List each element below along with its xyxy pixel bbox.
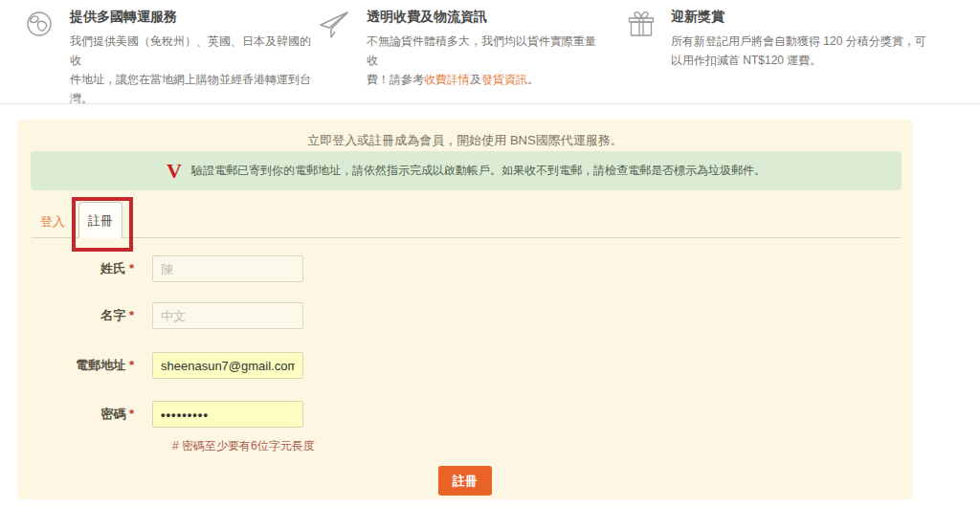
paper-plane-icon (318, 10, 350, 44)
intro-text: 立即登入或註冊成為會員，開始使用 BNS國際代運服務。 (17, 132, 913, 149)
gift-icon (628, 10, 655, 44)
email-row: 電郵地址 * (17, 352, 303, 379)
last-name-row: 姓氏 * (17, 255, 303, 282)
feature-reward-title: 迎新獎賞 (671, 8, 978, 25)
required-asterisk: * (129, 407, 134, 421)
verification-alert-message: 驗證電郵已寄到你的電郵地址，請依然指示完成以啟動帳戶。如果收不到電郵，請檢查電郵… (191, 163, 766, 179)
password-row: 密碼 * (17, 401, 303, 428)
signup-panel: 立即登入或註冊成為會員，開始使用 BNS國際代運服務。 V 驗證電郵已寄到你的電… (17, 120, 913, 499)
feature-forwarding-title: 提供多國轉運服務 (70, 8, 312, 25)
feature-reward-body: 所有新登記用戶將會自動獲得 120 分積分獎賞，可 以用作扣減首 NT$120 … (671, 32, 978, 70)
tab-underline (32, 237, 901, 238)
first-name-label: 名字 * (17, 307, 134, 324)
register-submit-button[interactable]: 註冊 (438, 466, 492, 496)
feature-pricing-body: 不無論貨件體積多大，我們均以貨件實際重量收 費！請參考收費詳情及發貨資訊。 (367, 32, 605, 89)
email-input[interactable] (152, 352, 303, 379)
first-name-input[interactable] (152, 302, 303, 329)
feature-pricing-text: 透明收費及物流資訊 不無論貨件體積多大，我們均以貨件實際重量收 費！請參考收費詳… (367, 8, 605, 89)
last-name-label-text: 姓氏 (100, 261, 125, 276)
email-label: 電郵地址 * (17, 357, 134, 374)
verification-alert: V 驗證電郵已寄到你的電郵地址，請依然指示完成以啟動帳戶。如果收不到電郵，請檢查… (31, 151, 902, 190)
feature-forwarding-body: 我們提供美國（免稅州）、英國、日本及韓國的收 件地址，讓您在當地網上購物並經香港… (70, 32, 312, 108)
feature-forwarding-text: 提供多國轉運服務 我們提供美國（免稅州）、英國、日本及韓國的收 件地址，讓您在當… (70, 8, 312, 108)
last-name-input[interactable] (152, 255, 303, 282)
fees-detail-link[interactable]: 收費詳情 (424, 73, 470, 86)
feature-pricing-body-part3: 。 (527, 73, 539, 86)
feature-reward: 迎新獎賞 所有新登記用戶將會自動獲得 120 分積分獎賞，可 以用作扣減首 NT… (628, 8, 978, 70)
feature-reward-text: 迎新獎賞 所有新登記用戶將會自動獲得 120 分積分獎賞，可 以用作扣減首 NT… (671, 8, 978, 70)
section-divider (0, 103, 980, 104)
first-name-row: 名字 * (17, 302, 303, 329)
feature-pricing-body-part2: 及 (470, 73, 481, 86)
password-hint: # 密碼至少要有6位字元長度 (172, 438, 315, 454)
password-input[interactable] (152, 401, 303, 428)
last-name-label: 姓氏 * (17, 260, 134, 277)
required-asterisk: * (129, 358, 134, 372)
feature-pricing-title: 透明收費及物流資訊 (367, 8, 605, 25)
tab-login[interactable]: 登入 (40, 213, 65, 231)
required-asterisk: * (129, 308, 134, 322)
password-label-text: 密碼 (100, 407, 125, 421)
feature-forwarding: 提供多國轉運服務 我們提供美國（免稅州）、英國、日本及韓國的收 件地址，讓您在當… (25, 8, 312, 108)
tab-register-label: 註冊 (88, 212, 113, 230)
tab-register[interactable]: 註冊 (78, 202, 122, 238)
feature-pricing: 透明收費及物流資訊 不無論貨件體積多大，我們均以貨件實際重量收 費！請參考收費詳… (318, 8, 605, 89)
globe-icon (25, 10, 54, 42)
password-label: 密碼 * (17, 406, 134, 423)
email-label-text: 電郵地址 (76, 358, 125, 372)
verification-check-icon: V (167, 161, 182, 182)
required-asterisk: * (129, 261, 134, 276)
first-name-label-text: 名字 (100, 308, 125, 322)
shipping-info-link[interactable]: 發貨資訊 (481, 73, 527, 86)
